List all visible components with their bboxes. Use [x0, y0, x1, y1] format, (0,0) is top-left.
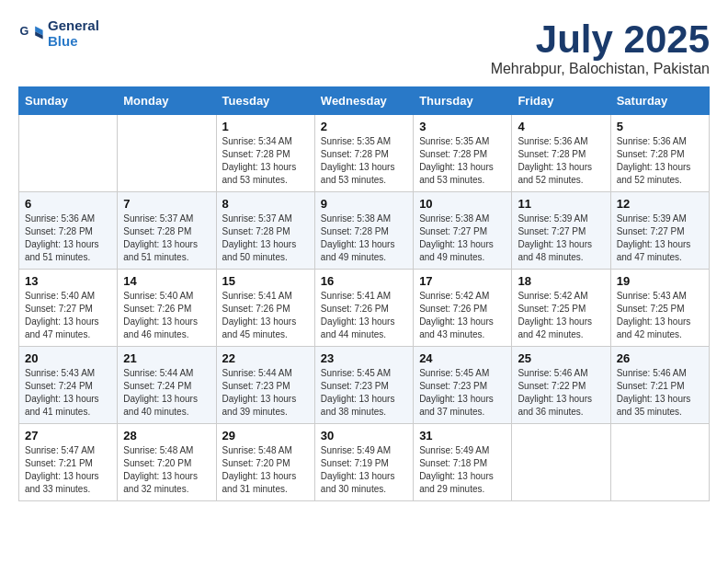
- calendar-cell: 12Sunrise: 5:39 AM Sunset: 7:27 PM Dayli…: [610, 192, 709, 270]
- weekday-header-saturday: Saturday: [610, 87, 709, 115]
- calendar-week-5: 27Sunrise: 5:47 AM Sunset: 7:21 PM Dayli…: [19, 424, 710, 501]
- calendar-cell: 16Sunrise: 5:41 AM Sunset: 7:26 PM Dayli…: [314, 270, 413, 347]
- day-number: 6: [25, 197, 111, 211]
- calendar-cell: 4Sunrise: 5:36 AM Sunset: 7:28 PM Daylig…: [512, 115, 610, 192]
- day-detail: Sunrise: 5:35 AM Sunset: 7:28 PM Dayligh…: [321, 135, 407, 187]
- day-detail: Sunrise: 5:48 AM Sunset: 7:20 PM Dayligh…: [123, 444, 210, 496]
- day-number: 29: [222, 429, 309, 442]
- day-number: 2: [321, 120, 407, 133]
- day-detail: Sunrise: 5:34 AM Sunset: 7:28 PM Dayligh…: [222, 135, 309, 187]
- day-detail: Sunrise: 5:37 AM Sunset: 7:28 PM Dayligh…: [222, 213, 309, 264]
- day-number: 15: [222, 274, 309, 288]
- calendar-cell: [512, 424, 610, 501]
- day-detail: Sunrise: 5:38 AM Sunset: 7:28 PM Dayligh…: [321, 213, 407, 264]
- title-area: July 2025 Mehrabpur, Balochistan, Pakist…: [491, 18, 710, 77]
- calendar-cell: [118, 115, 216, 192]
- day-number: 20: [25, 351, 111, 365]
- calendar-cell: 30Sunrise: 5:49 AM Sunset: 7:19 PM Dayli…: [314, 424, 413, 501]
- day-number: 25: [518, 351, 604, 365]
- day-number: 17: [419, 274, 506, 288]
- day-detail: Sunrise: 5:40 AM Sunset: 7:27 PM Dayligh…: [25, 290, 111, 341]
- day-number: 19: [617, 274, 703, 288]
- calendar-cell: 27Sunrise: 5:47 AM Sunset: 7:21 PM Dayli…: [19, 424, 118, 501]
- calendar-cell: 22Sunrise: 5:44 AM Sunset: 7:23 PM Dayli…: [216, 347, 314, 424]
- day-number: 12: [617, 197, 703, 211]
- calendar-cell: 23Sunrise: 5:45 AM Sunset: 7:23 PM Dayli…: [314, 347, 413, 424]
- day-detail: Sunrise: 5:35 AM Sunset: 7:28 PM Dayligh…: [419, 135, 506, 187]
- calendar-cell: 11Sunrise: 5:39 AM Sunset: 7:27 PM Dayli…: [512, 192, 610, 270]
- calendar-week-1: 1Sunrise: 5:34 AM Sunset: 7:28 PM Daylig…: [19, 115, 710, 192]
- day-number: 21: [123, 351, 210, 365]
- day-detail: Sunrise: 5:46 AM Sunset: 7:22 PM Dayligh…: [518, 367, 604, 419]
- page-header: G General Blue July 2025 Mehrabpur, Balo…: [18, 18, 710, 77]
- day-number: 28: [123, 429, 210, 442]
- logo-text: General Blue: [48, 18, 99, 49]
- calendar-cell: 28Sunrise: 5:48 AM Sunset: 7:20 PM Dayli…: [118, 424, 216, 501]
- day-detail: Sunrise: 5:43 AM Sunset: 7:25 PM Dayligh…: [617, 290, 703, 341]
- calendar-cell: 5Sunrise: 5:36 AM Sunset: 7:28 PM Daylig…: [610, 115, 709, 192]
- calendar-cell: 13Sunrise: 5:40 AM Sunset: 7:27 PM Dayli…: [19, 270, 118, 347]
- day-number: 24: [419, 351, 506, 365]
- day-detail: Sunrise: 5:43 AM Sunset: 7:24 PM Dayligh…: [25, 367, 111, 419]
- calendar-cell: 6Sunrise: 5:36 AM Sunset: 7:28 PM Daylig…: [19, 192, 118, 270]
- calendar-cell: 17Sunrise: 5:42 AM Sunset: 7:26 PM Dayli…: [414, 270, 512, 347]
- weekday-header-sunday: Sunday: [19, 87, 118, 115]
- svg-text:G: G: [19, 25, 28, 38]
- calendar-cell: 3Sunrise: 5:35 AM Sunset: 7:28 PM Daylig…: [414, 115, 512, 192]
- day-detail: Sunrise: 5:39 AM Sunset: 7:27 PM Dayligh…: [518, 213, 604, 264]
- calendar-week-4: 20Sunrise: 5:43 AM Sunset: 7:24 PM Dayli…: [19, 347, 710, 424]
- day-number: 30: [321, 429, 407, 442]
- calendar-week-2: 6Sunrise: 5:36 AM Sunset: 7:28 PM Daylig…: [19, 192, 710, 270]
- calendar-cell: 7Sunrise: 5:37 AM Sunset: 7:28 PM Daylig…: [118, 192, 216, 270]
- day-number: 31: [419, 429, 506, 442]
- day-detail: Sunrise: 5:49 AM Sunset: 7:18 PM Dayligh…: [419, 444, 506, 496]
- calendar-cell: 18Sunrise: 5:42 AM Sunset: 7:25 PM Dayli…: [512, 270, 610, 347]
- calendar-cell: 24Sunrise: 5:45 AM Sunset: 7:23 PM Dayli…: [414, 347, 512, 424]
- calendar-cell: 31Sunrise: 5:49 AM Sunset: 7:18 PM Dayli…: [414, 424, 512, 501]
- calendar-header: SundayMondayTuesdayWednesdayThursdayFrid…: [19, 87, 710, 115]
- day-detail: Sunrise: 5:44 AM Sunset: 7:24 PM Dayligh…: [123, 367, 210, 419]
- calendar-week-3: 13Sunrise: 5:40 AM Sunset: 7:27 PM Dayli…: [19, 270, 710, 347]
- calendar-cell: 26Sunrise: 5:46 AM Sunset: 7:21 PM Dayli…: [610, 347, 709, 424]
- day-detail: Sunrise: 5:45 AM Sunset: 7:23 PM Dayligh…: [419, 367, 506, 419]
- day-number: 5: [617, 120, 703, 133]
- day-number: 13: [25, 274, 111, 288]
- calendar-cell: 2Sunrise: 5:35 AM Sunset: 7:28 PM Daylig…: [314, 115, 413, 192]
- day-detail: Sunrise: 5:36 AM Sunset: 7:28 PM Dayligh…: [25, 213, 111, 264]
- day-number: 7: [123, 197, 210, 211]
- logo-icon: G: [18, 21, 44, 47]
- day-number: 10: [419, 197, 506, 211]
- day-number: 16: [321, 274, 407, 288]
- weekday-header-monday: Monday: [118, 87, 216, 115]
- day-detail: Sunrise: 5:41 AM Sunset: 7:26 PM Dayligh…: [222, 290, 309, 341]
- day-number: 9: [321, 197, 407, 211]
- calendar-cell: 19Sunrise: 5:43 AM Sunset: 7:25 PM Dayli…: [610, 270, 709, 347]
- day-detail: Sunrise: 5:36 AM Sunset: 7:28 PM Dayligh…: [617, 135, 703, 187]
- day-number: 1: [222, 120, 309, 133]
- day-number: 11: [518, 197, 604, 211]
- weekday-header-wednesday: Wednesday: [314, 87, 413, 115]
- calendar-cell: 15Sunrise: 5:41 AM Sunset: 7:26 PM Dayli…: [216, 270, 314, 347]
- day-detail: Sunrise: 5:42 AM Sunset: 7:25 PM Dayligh…: [518, 290, 604, 341]
- calendar-table: SundayMondayTuesdayWednesdayThursdayFrid…: [18, 86, 710, 501]
- calendar-cell: 9Sunrise: 5:38 AM Sunset: 7:28 PM Daylig…: [314, 192, 413, 270]
- weekday-header-friday: Friday: [512, 87, 610, 115]
- day-number: 3: [419, 120, 506, 133]
- calendar-cell: 20Sunrise: 5:43 AM Sunset: 7:24 PM Dayli…: [19, 347, 118, 424]
- calendar-cell: [19, 115, 118, 192]
- calendar-cell: 1Sunrise: 5:34 AM Sunset: 7:28 PM Daylig…: [216, 115, 314, 192]
- day-number: 26: [617, 351, 703, 365]
- weekday-header-thursday: Thursday: [414, 87, 512, 115]
- calendar-cell: 14Sunrise: 5:40 AM Sunset: 7:26 PM Dayli…: [118, 270, 216, 347]
- day-detail: Sunrise: 5:41 AM Sunset: 7:26 PM Dayligh…: [321, 290, 407, 341]
- location: Mehrabpur, Balochistan, Pakistan: [491, 61, 710, 77]
- day-number: 14: [123, 274, 210, 288]
- day-detail: Sunrise: 5:40 AM Sunset: 7:26 PM Dayligh…: [123, 290, 210, 341]
- day-detail: Sunrise: 5:46 AM Sunset: 7:21 PM Dayligh…: [617, 367, 703, 419]
- calendar-cell: [610, 424, 709, 501]
- day-number: 4: [518, 120, 604, 133]
- day-number: 8: [222, 197, 309, 211]
- calendar-cell: 10Sunrise: 5:38 AM Sunset: 7:27 PM Dayli…: [414, 192, 512, 270]
- month-title: July 2025: [491, 18, 710, 61]
- day-detail: Sunrise: 5:37 AM Sunset: 7:28 PM Dayligh…: [123, 213, 210, 264]
